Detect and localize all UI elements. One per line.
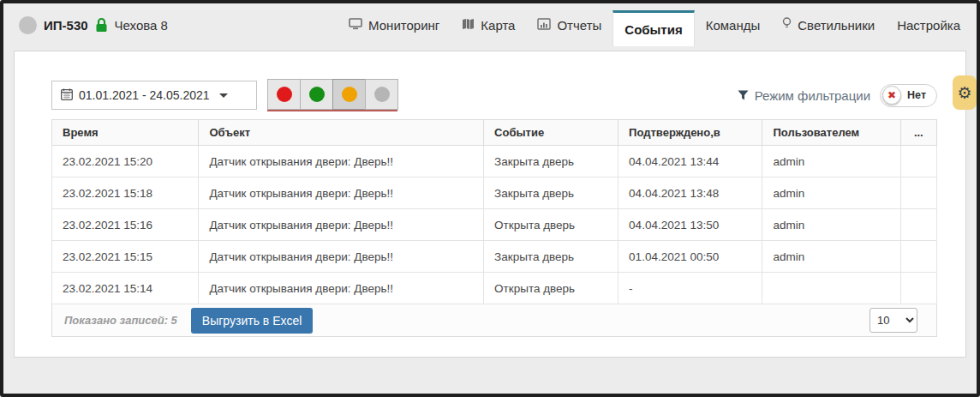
cell-time: 23.02.2021 15:18 — [52, 177, 199, 209]
cell-user: admin — [762, 177, 900, 209]
top-bar: ИП-530 Чехова 8 Мониторинг Карта — [3, 3, 977, 46]
table-header-row: Время Объект Событие Подтверждено,в Поль… — [52, 120, 937, 146]
cell-time: 23.02.2021 15:20 — [52, 146, 199, 177]
orange-status-icon — [342, 87, 357, 102]
lock-icon — [95, 17, 108, 33]
cell-event: Закрыта дверь — [484, 146, 618, 177]
cell-confirmed-at: 01.04.2021 00:50 — [618, 241, 762, 273]
calendar-icon — [61, 88, 73, 103]
gear-button[interactable]: ⚙ — [953, 75, 977, 110]
chart-icon — [537, 18, 551, 33]
device-brand: ИП-530 Чехова 8 — [19, 3, 168, 46]
status-filter-group — [267, 79, 397, 111]
tab-map[interactable]: Карта — [451, 3, 526, 46]
table-row[interactable]: 23.02.2021 15:20 Датчик открывания двери… — [52, 146, 937, 177]
tab-luminaires[interactable]: Светильники — [771, 3, 886, 46]
tab-settings[interactable]: Настройка — [886, 3, 971, 46]
tab-label: События — [624, 22, 682, 37]
records-count-label: Показано записей: 5 — [64, 314, 177, 327]
cell-event: Закрыта дверь — [484, 177, 618, 209]
app-window: ИП-530 Чехова 8 Мониторинг Карта — [0, 0, 980, 397]
cell-object: Датчик открывания двери: Дверь!! — [199, 241, 484, 273]
date-range-value: 01.01.2021 - 24.05.2021 — [79, 88, 210, 102]
gear-icon: ⚙ — [957, 83, 971, 102]
col-header-confirmed-at: Подтверждено,в — [618, 120, 762, 146]
cell-event: Закрыта дверь — [484, 241, 618, 273]
cell-more — [900, 146, 936, 177]
table-footer: Показано записей: 5 Выгрузить в Excel 10 — [51, 304, 937, 337]
tab-label: Светильники — [798, 18, 875, 33]
col-header-time: Время — [52, 120, 199, 146]
filter-icon — [738, 88, 749, 103]
cell-object: Датчик открывания двери: Дверь!! — [199, 209, 484, 241]
green-status-icon — [309, 87, 325, 102]
cell-more — [900, 273, 936, 304]
device-status-dot — [19, 16, 37, 34]
cell-confirmed-at: 04.04.2021 13:44 — [618, 146, 762, 177]
date-range-picker[interactable]: 01.01.2021 - 24.05.2021 — [51, 81, 257, 110]
tab-commands[interactable]: Команды — [695, 3, 772, 46]
status-filter-red[interactable] — [267, 79, 301, 110]
cell-event: Открыта дверь — [484, 209, 618, 241]
filter-mode-label: Режим фильтрации — [755, 88, 870, 103]
cell-user — [762, 273, 900, 304]
status-filter-gray[interactable] — [365, 79, 398, 110]
toggle-x-icon: ✖ — [882, 86, 901, 105]
status-filter-orange[interactable] — [332, 79, 366, 110]
main-nav: Мониторинг Карта Отчеты События Команды — [338, 3, 977, 46]
filter-mode-value: Нет — [901, 89, 935, 101]
monitor-icon — [349, 18, 362, 33]
cell-user: admin — [762, 146, 900, 177]
cell-time: 23.02.2021 15:14 — [52, 273, 199, 304]
cell-more — [900, 177, 936, 209]
col-header-object: Объект — [199, 120, 484, 146]
cell-user: admin — [762, 241, 900, 273]
filter-mode-toggle[interactable]: ✖ Нет — [880, 84, 937, 107]
cell-more — [900, 241, 936, 273]
cell-event: Открыта дверь — [484, 273, 618, 304]
gray-status-icon — [374, 87, 390, 102]
tab-label: Настройка — [897, 18, 960, 33]
tab-monitoring[interactable]: Мониторинг — [338, 3, 451, 46]
tab-label: Команды — [706, 18, 761, 33]
export-excel-button[interactable]: Выгрузить в Excel — [191, 308, 314, 334]
cell-confirmed-at: - — [618, 273, 762, 304]
col-header-user: Пользователем — [762, 120, 900, 146]
chevron-down-icon — [219, 93, 228, 98]
status-filter-green[interactable] — [300, 79, 333, 110]
page-size-select[interactable]: 10 — [869, 308, 917, 333]
events-table: Время Объект Событие Подтверждено,в Поль… — [51, 119, 937, 304]
cell-object: Датчик открывания двери: Дверь!! — [199, 273, 484, 304]
tab-events[interactable]: События — [612, 10, 694, 46]
events-panel: ⚙ 01.01.2021 - 24.05.2021 — [14, 51, 966, 358]
tab-label: Отчеты — [557, 18, 601, 33]
events-toolbar: 01.01.2021 - 24.05.2021 Режим фильтрации… — [51, 79, 937, 111]
table-row[interactable]: 23.02.2021 15:18 Датчик открывания двери… — [52, 177, 937, 209]
tab-label: Карта — [481, 18, 515, 33]
cell-object: Датчик открывания двери: Дверь!! — [199, 146, 484, 177]
table-row[interactable]: 23.02.2021 15:16 Датчик открывания двери… — [52, 209, 937, 241]
table-row[interactable]: 23.02.2021 15:14 Датчик открывания двери… — [52, 273, 937, 304]
device-id: ИП-530 — [44, 18, 88, 33]
table-row[interactable]: 23.02.2021 15:15 Датчик открывания двери… — [52, 241, 937, 273]
map-icon — [462, 18, 475, 33]
cell-confirmed-at: 04.04.2021 13:50 — [618, 209, 762, 241]
red-status-icon — [277, 87, 292, 102]
bulb-icon — [782, 17, 792, 33]
cell-object: Датчик открывания двери: Дверь!! — [199, 177, 484, 209]
col-header-more: ... — [900, 120, 936, 146]
device-address: Чехова 8 — [115, 18, 168, 33]
cell-more — [900, 209, 936, 241]
filter-mode-control: Режим фильтрации ✖ Нет — [738, 84, 937, 107]
tab-label: Мониторинг — [368, 18, 439, 33]
cell-time: 23.02.2021 15:16 — [52, 209, 199, 241]
col-header-event: Событие — [484, 120, 618, 146]
cell-time: 23.02.2021 15:15 — [52, 241, 199, 273]
cell-confirmed-at: 04.04.2021 13:48 — [618, 177, 762, 209]
cell-user: admin — [762, 209, 900, 241]
tab-reports[interactable]: Отчеты — [526, 3, 612, 46]
